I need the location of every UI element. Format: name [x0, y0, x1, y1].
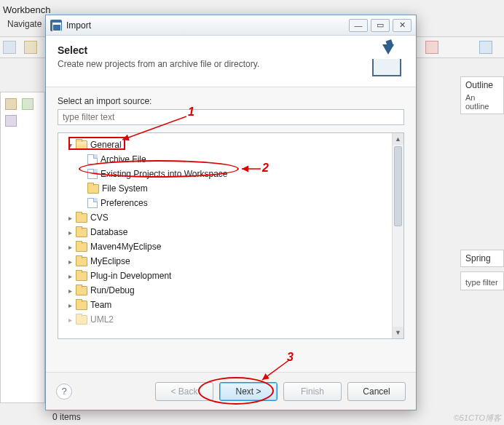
folder-icon	[87, 184, 99, 194]
spring-panel[interactable]: Spring	[460, 250, 504, 267]
dialog-header: Select Create new projects from an archi…	[46, 36, 416, 87]
source-label: Select an import source:	[58, 96, 404, 106]
help-button[interactable]: ?	[56, 384, 72, 400]
expander-icon[interactable]: ▸	[66, 213, 74, 222]
maximize-button[interactable]: ▭	[371, 19, 390, 32]
expander-icon[interactable]: ▸	[66, 271, 74, 280]
folder-icon	[76, 242, 87, 252]
tree-label: MyEclipse	[90, 256, 130, 266]
filter-input[interactable]	[58, 109, 404, 125]
scroll-down-button[interactable]: ▼	[393, 327, 403, 338]
tree-node-uml[interactable]: ▸ UML2	[61, 312, 401, 327]
tree-node-general[interactable]: ▾ General	[61, 138, 401, 152]
tree-node-myeclipse[interactable]: ▸ MyEclipse	[61, 254, 401, 269]
tree-node-existing-projects[interactable]: Existing Projects into Workspace	[61, 167, 401, 181]
tree-label: Run/Debug	[90, 285, 135, 295]
menu-navigate[interactable]: Navigate	[7, 19, 42, 29]
tree-label: Maven4MyEclipse	[90, 242, 161, 252]
folder-icon	[76, 301, 87, 310]
status-bar-text: 0 items	[52, 412, 81, 422]
tree-label: Plug-in Development	[90, 271, 171, 281]
import-dialog: Import — ▭ ✕ Select Create new projects …	[45, 15, 417, 410]
import-tree: ▾ General Archive File Existing Projects…	[58, 132, 404, 339]
sidebar-icon[interactable]	[5, 98, 17, 110]
toolbar-icon[interactable]	[24, 41, 37, 54]
expander-icon[interactable]: ▸	[66, 257, 74, 266]
sidebar-icon[interactable]	[5, 115, 17, 127]
file-icon	[87, 169, 98, 179]
expander-icon[interactable]: ▸	[66, 228, 74, 237]
tree-label: Team	[90, 300, 111, 310]
tree-node-rundebug[interactable]: ▸ Run/Debug	[61, 283, 401, 298]
folder-open-icon	[76, 140, 87, 150]
spring-title: Spring	[465, 253, 499, 263]
import-icon	[369, 44, 404, 76]
tree-label: File System	[102, 183, 148, 194]
folder-icon	[76, 228, 87, 237]
dialog-footer: ? < Back Next > Finish Cancel	[46, 372, 416, 410]
tree-label: CVS	[90, 212, 109, 223]
scroll-thumb[interactable]	[394, 146, 402, 226]
spring-filter-text: type filter	[465, 278, 499, 287]
tree-label: Database	[90, 227, 127, 237]
dialog-titlebar[interactable]: Import — ▭ ✕	[46, 15, 416, 36]
tree-node-archive[interactable]: Archive File	[61, 152, 401, 167]
spring-filter[interactable]: type filter	[460, 271, 504, 290]
tree-node-plugin[interactable]: ▸ Plug-in Development	[61, 269, 401, 283]
tree-node-database[interactable]: ▸ Database	[61, 225, 401, 239]
tree-label: Archive File	[101, 154, 146, 164]
expander-icon[interactable]: ▸	[66, 301, 74, 309]
finish-button: Finish	[283, 382, 342, 401]
next-button[interactable]: Next >	[219, 382, 277, 401]
tree-label: UML2	[90, 314, 114, 325]
outline-text: An outline	[465, 93, 499, 111]
tree-node-filesystem[interactable]: File System	[61, 181, 401, 196]
tree-node-preferences[interactable]: Preferences	[61, 196, 401, 210]
scroll-up-button[interactable]: ▲	[393, 133, 403, 145]
dialog-subheading: Create new projects from an archive file…	[58, 59, 369, 69]
dialog-app-icon	[50, 20, 62, 31]
tree-scrollbar[interactable]: ▲ ▼	[392, 133, 403, 338]
expander-icon[interactable]: ▸	[66, 315, 74, 324]
outline-panel[interactable]: Outline An outline	[460, 76, 504, 114]
dialog-title: Import	[66, 20, 349, 31]
tree-label: Preferences	[101, 198, 148, 208]
right-sidebar: Outline An outline Spring type filter	[460, 76, 504, 403]
minimize-button[interactable]: —	[349, 19, 368, 32]
tree-node-team[interactable]: ▸ Team	[61, 298, 401, 312]
outline-title: Outline	[465, 80, 499, 90]
folder-icon	[76, 271, 87, 281]
file-icon	[87, 154, 98, 164]
toolbar-icon[interactable]	[3, 41, 16, 54]
tree-node-cvs[interactable]: ▸ CVS	[61, 210, 401, 225]
workbench-title: Workbench	[3, 4, 51, 15]
close-button[interactable]: ✕	[393, 19, 412, 32]
left-sidebar	[0, 92, 45, 403]
folder-icon	[76, 213, 87, 223]
tree-label: Existing Projects into Workspace	[101, 169, 228, 179]
folder-icon	[76, 286, 87, 295]
expander-icon[interactable]: ▾	[66, 140, 74, 149]
file-icon	[87, 198, 98, 208]
expander-icon[interactable]: ▸	[66, 286, 74, 295]
sidebar-icon[interactable]	[22, 98, 34, 110]
expander-icon[interactable]: ▸	[66, 242, 74, 251]
back-button: < Back	[155, 382, 213, 401]
tree-node-maven[interactable]: ▸ Maven4MyEclipse	[61, 239, 401, 254]
cancel-button[interactable]: Cancel	[347, 382, 406, 401]
toolbar-icon[interactable]	[425, 41, 438, 54]
folder-icon	[76, 315, 87, 325]
watermark: ©51CTO博客	[454, 413, 501, 424]
folder-icon	[76, 257, 87, 266]
toolbar-icon[interactable]	[479, 41, 492, 54]
dialog-heading: Select	[58, 44, 369, 56]
tree-label: General	[90, 140, 122, 150]
